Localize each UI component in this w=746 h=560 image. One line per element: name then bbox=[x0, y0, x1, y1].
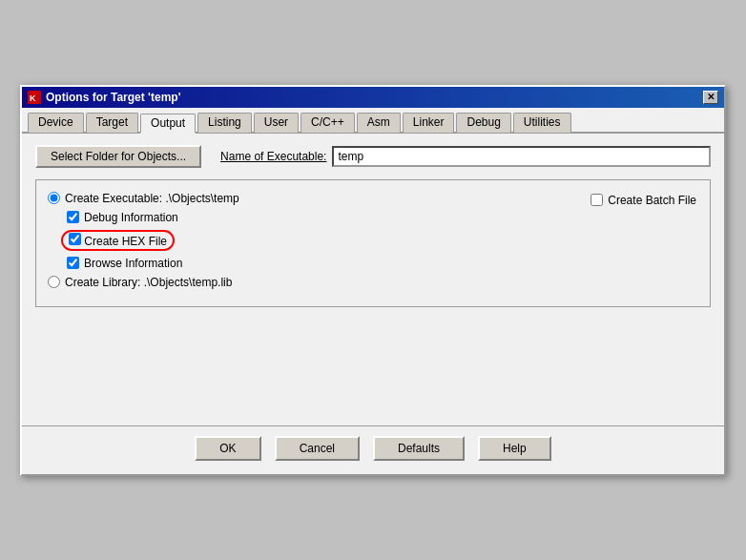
tab-utilities[interactable]: Utilities bbox=[513, 113, 571, 133]
name-exe-section: Name of Executable: bbox=[220, 146, 711, 167]
create-hex-row: Create HEX File bbox=[67, 230, 698, 251]
spacer bbox=[35, 319, 711, 414]
dialog-body: Select Folder for Objects... Name of Exe… bbox=[22, 134, 724, 425]
create-lib-radio[interactable] bbox=[48, 276, 60, 288]
title-bar: K Options for Target 'temp' ✕ bbox=[22, 87, 724, 108]
tab-linker[interactable]: Linker bbox=[403, 113, 455, 133]
browse-info-label[interactable]: Browse Information bbox=[67, 257, 182, 270]
create-lib-label-text: Create Library: .\Objects\temp.lib bbox=[65, 276, 232, 289]
close-button[interactable]: ✕ bbox=[703, 91, 718, 104]
create-lib-row: Create Library: .\Objects\temp.lib bbox=[48, 276, 698, 289]
create-hex-checkbox[interactable] bbox=[69, 233, 81, 245]
browse-info-text: Browse Information bbox=[84, 257, 182, 270]
debug-info-label[interactable]: Debug Information bbox=[67, 211, 178, 224]
tab-cpp[interactable]: C/C++ bbox=[300, 113, 355, 133]
tab-bar: Device Target Output Listing User C/C++ … bbox=[22, 108, 724, 134]
create-batch-label[interactable]: Create Batch File bbox=[591, 194, 696, 207]
create-exe-radio-label[interactable]: Create Executable: .\Objects\temp bbox=[48, 192, 239, 205]
name-exe-label-text: Name of Executable: bbox=[220, 150, 326, 163]
name-exe-label: Name of Executable: bbox=[220, 150, 326, 163]
browse-info-checkbox[interactable] bbox=[67, 257, 79, 269]
tab-output[interactable]: Output bbox=[140, 114, 196, 134]
debug-info-row: Debug Information bbox=[67, 211, 698, 224]
options-box: Create Executable: .\Objects\temp Debug … bbox=[35, 179, 711, 307]
name-exe-input[interactable] bbox=[332, 146, 711, 167]
tab-debug[interactable]: Debug bbox=[456, 113, 510, 133]
defaults-button[interactable]: Defaults bbox=[373, 436, 465, 461]
debug-info-text: Debug Information bbox=[84, 211, 178, 224]
footer: OK Cancel Defaults Help bbox=[22, 425, 724, 474]
help-button[interactable]: Help bbox=[478, 436, 551, 461]
create-hex-text: Create HEX File bbox=[84, 235, 167, 248]
dialog-title: Options for Target 'temp' bbox=[46, 91, 181, 104]
create-batch-section: Create Batch File bbox=[591, 194, 696, 207]
create-batch-text: Create Batch File bbox=[608, 194, 696, 207]
debug-info-checkbox[interactable] bbox=[67, 211, 79, 223]
create-exe-radio[interactable] bbox=[48, 192, 60, 204]
ok-button[interactable]: OK bbox=[195, 436, 260, 461]
top-row: Select Folder for Objects... Name of Exe… bbox=[35, 145, 711, 168]
tab-target[interactable]: Target bbox=[86, 113, 138, 133]
cancel-button[interactable]: Cancel bbox=[275, 436, 360, 461]
tab-user[interactable]: User bbox=[254, 113, 299, 133]
create-exe-label-text: Create Executable: .\Objects\temp bbox=[65, 192, 239, 205]
select-folder-button[interactable]: Select Folder for Objects... bbox=[35, 145, 201, 168]
create-hex-label[interactable]: Create HEX File bbox=[61, 230, 175, 251]
svg-text:K: K bbox=[30, 93, 36, 103]
tab-asm[interactable]: Asm bbox=[357, 113, 401, 133]
tab-listing[interactable]: Listing bbox=[197, 113, 252, 133]
browse-info-row: Browse Information bbox=[67, 257, 698, 270]
dialog-window: K Options for Target 'temp' ✕ Device Tar… bbox=[20, 85, 726, 476]
tab-device[interactable]: Device bbox=[28, 113, 84, 133]
keil-icon: K bbox=[28, 91, 41, 104]
create-batch-checkbox[interactable] bbox=[591, 194, 603, 206]
create-lib-radio-label[interactable]: Create Library: .\Objects\temp.lib bbox=[48, 276, 232, 289]
